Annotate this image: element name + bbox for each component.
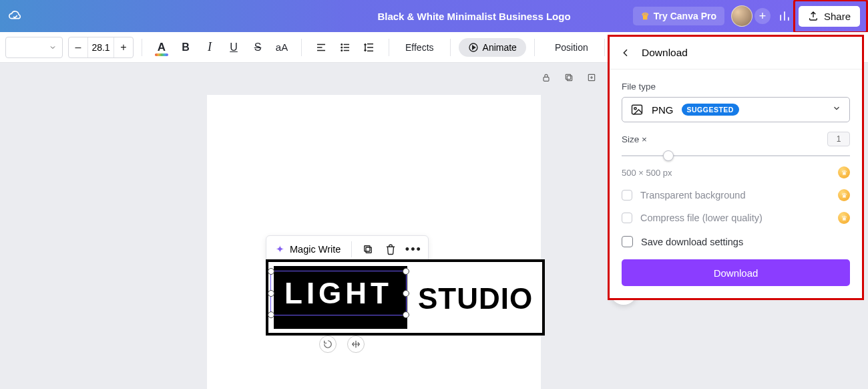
svg-rect-17 (632, 105, 642, 114)
file-type-value: PNG (652, 104, 674, 116)
svg-point-2 (341, 49, 343, 51)
svg-rect-15 (366, 247, 371, 253)
back-button[interactable] (619, 46, 632, 59)
cloud-sync-icon[interactable] (8, 9, 23, 23)
image-icon (630, 103, 644, 116)
font-family-select[interactable] (5, 37, 63, 58)
font-size-stepper: – 28.1 + (68, 37, 134, 58)
move-handle[interactable] (347, 336, 365, 353)
canvas-area (0, 63, 606, 389)
sparkle-icon: ✦ (276, 244, 284, 255)
font-size-decrease[interactable]: – (69, 37, 87, 57)
chevron-down-icon (49, 43, 57, 51)
compress-option[interactable]: Compress file (lower quality) ♛ (622, 212, 850, 224)
resize-handle[interactable] (403, 268, 409, 275)
add-member-button[interactable]: + (754, 8, 771, 24)
italic-button[interactable]: I (198, 36, 221, 59)
size-multiplier[interactable]: 1 (827, 132, 850, 146)
resize-handle[interactable] (403, 311, 409, 318)
svg-rect-11 (544, 77, 549, 81)
transparent-bg-option[interactable]: Transparent background ♛ (622, 189, 850, 201)
size-label: Size × (622, 134, 647, 144)
svg-rect-13 (566, 74, 570, 79)
align-button[interactable] (310, 36, 333, 59)
font-size-increase[interactable]: + (114, 37, 133, 57)
effects-button[interactable]: Effects (397, 36, 442, 59)
page-tools (539, 71, 598, 84)
svg-point-0 (341, 43, 343, 45)
duplicate-button[interactable] (359, 240, 377, 259)
resize-handle[interactable] (268, 311, 274, 318)
magic-write-button[interactable]: ✦ Magic Write (272, 244, 345, 255)
strikethrough-button[interactable]: S (246, 36, 269, 59)
download-button[interactable]: Download (622, 259, 850, 286)
lock-page-icon[interactable] (539, 71, 553, 84)
crown-icon: ♛ (641, 11, 650, 21)
bold-button[interactable]: B (174, 36, 197, 59)
duplicate-page-icon[interactable] (562, 71, 576, 84)
pro-badge-icon: ♛ (838, 166, 850, 178)
try-pro-button[interactable]: ♛ Try Canva Pro (633, 7, 724, 25)
file-type-select[interactable]: PNG SUGGESTED (622, 97, 850, 122)
delete-button[interactable] (381, 240, 400, 259)
text-case-button[interactable]: aA (270, 36, 293, 59)
avatar[interactable] (731, 5, 752, 27)
dimensions-text: 500 × 500 px (622, 168, 672, 178)
more-button[interactable]: ••• (404, 240, 423, 259)
file-type-label: File type (622, 82, 850, 92)
add-page-icon[interactable] (585, 71, 598, 84)
position-button[interactable]: Position (547, 36, 596, 59)
resize-handle[interactable] (268, 268, 274, 275)
rotate-handle[interactable] (319, 336, 337, 353)
slider-thumb[interactable] (663, 150, 674, 161)
save-settings-option[interactable]: Save download settings (622, 236, 850, 247)
text-color-button[interactable]: A (150, 36, 173, 59)
play-circle-icon (468, 42, 479, 53)
share-button[interactable]: Share (799, 6, 860, 27)
font-size-value[interactable]: 28.1 (87, 37, 114, 57)
download-panel: Download File type PNG SUGGESTED Size × … (608, 35, 864, 300)
suggested-badge: SUGGESTED (682, 104, 739, 116)
panel-title: Download (642, 47, 688, 59)
selection-outline (270, 271, 407, 315)
insights-icon[interactable] (777, 9, 792, 23)
chevron-down-icon (832, 104, 841, 116)
upload-icon (808, 11, 819, 21)
resize-handle[interactable] (268, 290, 274, 297)
checkbox[interactable] (622, 190, 632, 201)
svg-point-1 (341, 47, 343, 48)
animate-button[interactable]: Animate (459, 38, 526, 57)
top-header: Black & White Minimalist Business Logo ♛… (0, 0, 868, 32)
svg-point-18 (634, 108, 636, 110)
pro-badge-icon: ♛ (838, 212, 850, 224)
share-label: Share (824, 11, 851, 22)
svg-rect-12 (567, 76, 572, 80)
size-slider[interactable] (622, 149, 850, 162)
try-pro-label: Try Canva Pro (654, 11, 716, 21)
studio-text[interactable]: STUDIO (418, 282, 533, 315)
document-title[interactable]: Black & White Minimalist Business Logo (377, 11, 570, 22)
list-button[interactable] (334, 36, 357, 59)
pro-badge-icon: ♛ (838, 189, 850, 201)
spacing-button[interactable] (358, 36, 381, 59)
checkbox[interactable] (622, 213, 632, 223)
checkbox[interactable] (622, 236, 633, 247)
svg-rect-16 (365, 246, 370, 251)
underline-button[interactable]: U (222, 36, 245, 59)
resize-handle[interactable] (403, 290, 409, 297)
